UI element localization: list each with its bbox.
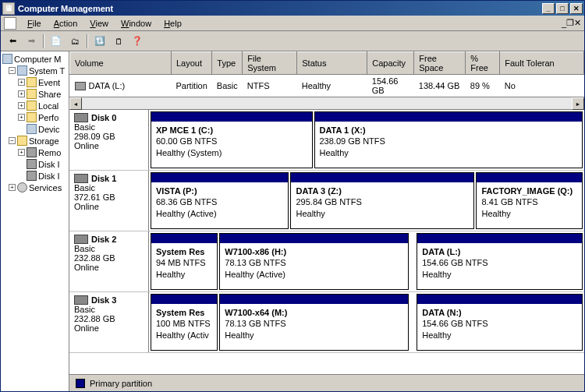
disk-type: Basic	[74, 183, 144, 192]
partition-name: VISTA (P:)	[156, 185, 283, 196]
partition-header	[151, 173, 288, 182]
back-button[interactable]: ⬅	[4, 33, 21, 50]
partition[interactable]: DATA (N:)154.66 GB NTFSHealthy	[417, 294, 583, 351]
partitions: VISTA (P:)68.36 GB NTFSHealthy (Active)D…	[149, 171, 584, 231]
properties-button[interactable]: 🗂	[66, 33, 83, 50]
up-button[interactable]: 📄	[48, 33, 65, 50]
partition-size: 68.36 GB NTFS	[156, 196, 283, 207]
disk-map[interactable]: Disk 0Basic298.09 GBOnlineXP MCE 1 (C:)6…	[69, 110, 584, 374]
tree-system[interactable]: −System T	[2, 65, 67, 76]
col-free[interactable]: Free Space	[414, 52, 466, 75]
tree-device[interactable]: Devic	[2, 123, 67, 135]
disk-info[interactable]: Disk 3Basic232.88 GBOnline	[69, 292, 149, 352]
expand-icon[interactable]: +	[18, 102, 25, 109]
partition[interactable]: System Res100 MB NTFSHealthy (Activ	[151, 294, 218, 351]
col-layout[interactable]: Layout	[172, 52, 212, 75]
partition-status: Healthy (Active)	[156, 208, 283, 219]
child-restore-button[interactable]: ❐	[566, 18, 574, 28]
tree-storage[interactable]: −Storage	[2, 135, 67, 147]
tree-pane[interactable]: Computer M −System T +Event +Share +Loca…	[1, 51, 69, 391]
volume-row[interactable]: DATA (L:)PartitionBasicNTFSHealthy154.66…	[70, 75, 584, 97]
tree-perf[interactable]: +Perfo	[2, 111, 67, 123]
content: Computer M −System T +Event +Share +Loca…	[1, 51, 584, 391]
partition-header	[291, 173, 473, 182]
col-type[interactable]: Type	[212, 52, 243, 75]
legend-primary: Primary partition	[90, 379, 152, 388]
expand-icon[interactable]: +	[9, 184, 16, 191]
menu-window[interactable]: Window	[115, 17, 158, 30]
disk-info[interactable]: Disk 0Basic298.09 GBOnline	[69, 110, 149, 170]
col-status[interactable]: Status	[297, 52, 367, 75]
settings-icon[interactable]: 🗒	[110, 33, 127, 50]
partition[interactable]: W7100-x64 (M:)78.13 GB NTFSHealthy	[219, 294, 409, 351]
disk-info[interactable]: Disk 2Basic232.88 GBOnline	[69, 231, 149, 291]
partition[interactable]: DATA 1 (X:)238.09 GB NTFSHealthy	[314, 111, 583, 168]
removable-icon	[27, 147, 37, 157]
minimize-button[interactable]: _	[542, 3, 555, 14]
defrag-icon	[27, 159, 37, 169]
scroll-right-icon[interactable]: ►	[572, 97, 584, 110]
refresh-button[interactable]: 🔃	[91, 33, 108, 50]
col-fault[interactable]: Fault Toleran	[500, 52, 584, 75]
partitions: XP MCE 1 (C:)60.00 GB NTFSHealthy (Syste…	[149, 110, 584, 170]
col-fs[interactable]: File System	[243, 52, 297, 75]
expand-icon[interactable]: +	[18, 149, 25, 156]
expand-icon[interactable]: +	[18, 90, 25, 97]
help-icon[interactable]: ❓	[129, 33, 146, 50]
disk-name: Disk 2	[91, 235, 116, 244]
partition-status: Healthy (Activ	[156, 330, 212, 341]
tree-event[interactable]: +Event	[2, 76, 67, 88]
disk-name: Disk 1	[91, 174, 116, 183]
partition[interactable]: XP MCE 1 (C:)60.00 GB NTFSHealthy (Syste…	[151, 111, 313, 168]
titlebar[interactable]: 🖥 Computer Management _ □ ✕	[1, 1, 584, 16]
partition-header	[220, 295, 408, 304]
partitions: System Res100 MB NTFSHealthy (ActivW7100…	[149, 292, 584, 352]
partition-size: 94 MB NTFS	[156, 257, 212, 268]
maximize-button[interactable]: □	[556, 3, 569, 14]
menu-action[interactable]: Action	[48, 17, 84, 30]
tree-remo[interactable]: +Remo	[2, 147, 67, 158]
partition-name: DATA (N:)	[422, 307, 577, 318]
partition[interactable]: W7100-x86 (H:)78.13 GB NTFSHealthy (Acti…	[219, 233, 409, 290]
partition[interactable]: FACTORY_IMAGE (Q:)8.41 GB NTFSHealthy	[476, 172, 583, 229]
forward-button[interactable]: ➡	[23, 33, 40, 50]
partition-status: Healthy	[422, 330, 577, 341]
col-pctfree[interactable]: % Free	[466, 52, 500, 75]
partition-status: Healthy	[481, 208, 577, 219]
volume-grid[interactable]: Volume Layout Type File System Status Ca…	[69, 51, 584, 110]
child-close-button[interactable]: ✕	[574, 18, 581, 28]
scroll-left-icon[interactable]: ◄	[69, 97, 82, 110]
tree-services[interactable]: +Services	[2, 182, 67, 193]
app-icon: 🖥	[2, 2, 15, 15]
partition[interactable]: VISTA (P:)68.36 GB NTFSHealthy (Active)	[151, 172, 289, 229]
disk-icon	[74, 295, 88, 305]
partition[interactable]: System Res94 MB NTFSHealthy	[151, 233, 218, 290]
col-capacity[interactable]: Capacity	[367, 52, 414, 75]
tree-root[interactable]: Computer M	[2, 53, 67, 65]
tree-diskm[interactable]: Disk I	[2, 170, 67, 182]
disk-info[interactable]: Disk 1Basic372.61 GBOnline	[69, 171, 149, 231]
tree-diskd[interactable]: Disk I	[2, 158, 67, 170]
collapse-icon[interactable]: −	[9, 137, 16, 144]
menu-file[interactable]: File	[21, 17, 48, 30]
partition-status: Healthy (Active)	[225, 269, 403, 280]
tree-local[interactable]: +Local	[2, 100, 67, 111]
grid-hscroll[interactable]: ◄ ►	[69, 97, 584, 109]
menu-view[interactable]: View	[83, 17, 115, 30]
partition-status: Healthy	[225, 330, 403, 341]
expand-icon[interactable]: +	[18, 79, 25, 86]
disk-row: Disk 0Basic298.09 GBOnlineXP MCE 1 (C:)6…	[69, 110, 584, 171]
disk-row: Disk 3Basic232.88 GBOnlineSystem Res100 …	[69, 292, 584, 353]
menu-help[interactable]: Help	[158, 17, 188, 30]
partition[interactable]: DATA (L:)154.66 GB NTFSHealthy	[417, 233, 583, 290]
col-volume[interactable]: Volume	[70, 52, 172, 75]
disk-type: Basic	[74, 244, 144, 253]
expand-icon[interactable]: +	[18, 114, 25, 121]
close-button[interactable]: ✕	[570, 3, 583, 14]
collapse-icon[interactable]: −	[9, 67, 16, 74]
tree-share[interactable]: +Share	[2, 88, 67, 100]
partition-size: 8.41 GB NTFS	[481, 196, 577, 207]
partition[interactable]: DATA 3 (Z:)295.84 GB NTFSHealthy	[290, 172, 474, 229]
partition-header	[151, 234, 217, 243]
partition-name: XP MCE 1 (C:)	[156, 125, 307, 136]
